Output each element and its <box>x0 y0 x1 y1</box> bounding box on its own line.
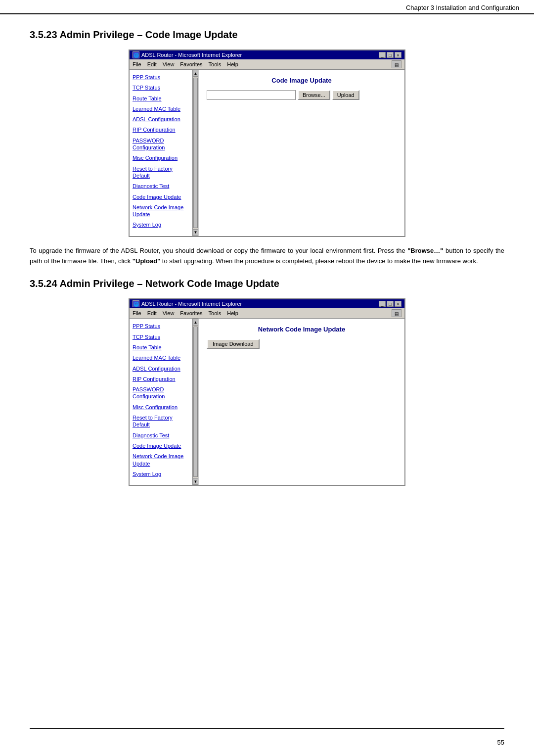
sidebar-tcp-status-1[interactable]: TCP Status <box>133 84 188 91</box>
close-btn-2[interactable]: × <box>395 301 401 307</box>
sidebar-reset-factory-1[interactable]: Reset to Factory Default <box>133 165 188 180</box>
browser-title-1: ADSL Router - Microsoft Internet Explore… <box>141 52 242 58</box>
browser-title-2: ADSL Router - Microsoft Internet Explore… <box>141 301 242 307</box>
browser-titlebar-2: 🌐 ADSL Router - Microsoft Internet Explo… <box>130 299 404 308</box>
titlebar-left-1: 🌐 ADSL Router - Microsoft Internet Explo… <box>133 51 242 58</box>
sidebar-code-image-1[interactable]: Code Image Update <box>133 193 188 200</box>
maximize-btn-2[interactable]: □ <box>387 301 394 307</box>
section2-heading: 3.5.24 Admin Privilege – Network Code Im… <box>30 278 504 289</box>
sidebar-diagnostic-1[interactable]: Diagnostic Test <box>133 183 188 189</box>
sidebar-adsl-config-1[interactable]: ADSL Configuration <box>133 116 188 123</box>
menu-edit-1[interactable]: Edit <box>147 61 157 67</box>
sidebar-route-table-2[interactable]: Route Table <box>133 344 188 351</box>
footer-rule <box>30 728 504 729</box>
sidebar-route-table-1[interactable]: Route Table <box>133 95 188 102</box>
file-path-input[interactable] <box>207 90 296 100</box>
sidebar-rip-config-1[interactable]: RIP Configuration <box>133 126 188 133</box>
browser-sidebar-1: PPP Status TCP Status Route Table Learne… <box>130 70 199 236</box>
section1-description: To upgrade the firmware of the ADSL Rout… <box>30 246 504 267</box>
scrollbar-up-1[interactable]: ▲ <box>193 70 198 77</box>
sidebar-diagnostic-2[interactable]: Diagnostic Test <box>133 432 188 439</box>
menu-help-2[interactable]: Help <box>227 310 238 316</box>
browse-button[interactable]: Browse... <box>298 90 330 100</box>
titlebar-controls-2[interactable]: _ □ × <box>379 301 401 307</box>
browser-menubar-1: File Edit View Favorites Tools Help ▤ <box>130 59 404 70</box>
page-number: 55 <box>497 739 504 746</box>
browser-window-2: 🌐 ADSL Router - Microsoft Internet Explo… <box>129 298 405 486</box>
menu-view-2[interactable]: View <box>163 310 175 316</box>
browser-body-1: PPP Status TCP Status Route Table Learne… <box>130 70 404 236</box>
browser-main-1: Code Image Update Browse... Upload <box>199 70 404 236</box>
code-image-form: Browse... Upload <box>207 90 397 100</box>
sidebar-code-image-2[interactable]: Code Image Update <box>133 442 188 449</box>
menu-favorites-1[interactable]: Favorites <box>180 61 202 67</box>
image-download-button[interactable]: Image Download <box>207 339 260 349</box>
sidebar-adsl-config-2[interactable]: ADSL Configuration <box>133 365 188 372</box>
sidebar-scrollbar-1[interactable]: ▲ ▼ <box>192 70 198 236</box>
menu-favorites-2[interactable]: Favorites <box>180 310 202 316</box>
minimize-btn-2[interactable]: _ <box>379 301 386 307</box>
sidebar-misc-config-1[interactable]: Misc Configuration <box>133 154 188 161</box>
sidebar-misc-config-2[interactable]: Misc Configuration <box>133 404 188 411</box>
titlebar-left-2: 🌐 ADSL Router - Microsoft Internet Explo… <box>133 300 242 307</box>
browser-main-2: Network Code Image Update Image Download <box>199 319 404 485</box>
image-download-wrapper: Image Download <box>207 339 397 349</box>
page-header: Chapter 3 Installation and Configuration <box>0 0 534 14</box>
sidebar-tcp-status-2[interactable]: TCP Status <box>133 333 188 340</box>
menu-view-1[interactable]: View <box>163 61 175 67</box>
sidebar-system-log-2[interactable]: System Log <box>133 471 188 477</box>
menu-file-1[interactable]: File <box>133 61 141 67</box>
network-main-title: Network Code Image Update <box>207 326 397 333</box>
scrollbar-down-2[interactable]: ▼ <box>193 478 198 485</box>
chapter-title: Chapter 3 Installation and Configuration <box>406 4 519 11</box>
browser-toolbar-icon-1: ▤ <box>392 60 401 68</box>
sidebar-password-config-2[interactable]: PASSWORD Configuration <box>133 386 188 400</box>
sidebar-learned-mac-1[interactable]: Learned MAC Table <box>133 105 188 112</box>
close-btn-1[interactable]: × <box>395 52 401 58</box>
upload-button[interactable]: Upload <box>332 90 359 100</box>
browser-window-1: 🌐 ADSL Router - Microsoft Internet Explo… <box>129 49 405 237</box>
browser-sidebar-2: PPP Status TCP Status Route Table Learne… <box>130 319 199 485</box>
scrollbar-down-1[interactable]: ▼ <box>193 229 198 236</box>
menu-edit-2[interactable]: Edit <box>147 310 157 316</box>
sidebar-ppp-status-2[interactable]: PPP Status <box>133 323 188 330</box>
menu-file-2[interactable]: File <box>133 310 141 316</box>
browser-titlebar-1: 🌐 ADSL Router - Microsoft Internet Explo… <box>130 50 404 59</box>
maximize-btn-1[interactable]: □ <box>387 52 394 58</box>
browser-icon-2: 🌐 <box>133 300 139 307</box>
sidebar-network-code-2[interactable]: Network Code Image Update <box>133 453 188 467</box>
sidebar-network-code-1[interactable]: Network Code Image Update <box>133 204 188 218</box>
page-content: 3.5.23 Admin Privilege – Code Image Upda… <box>0 14 534 515</box>
scrollbar-thumb-1[interactable] <box>193 78 198 228</box>
sidebar-ppp-status-1[interactable]: PPP Status <box>133 74 188 81</box>
scrollbar-up-2[interactable]: ▲ <box>193 319 198 326</box>
scrollbar-thumb-2[interactable] <box>193 327 198 477</box>
browser-icon-1: 🌐 <box>133 51 139 58</box>
titlebar-controls-1[interactable]: _ □ × <box>379 52 401 58</box>
menu-tools-2[interactable]: Tools <box>209 310 222 316</box>
browser-body-2: PPP Status TCP Status Route Table Learne… <box>130 319 404 485</box>
menu-help-1[interactable]: Help <box>227 61 238 67</box>
sidebar-password-config-1[interactable]: PASSWORD Configuration <box>133 137 188 151</box>
sidebar-learned-mac-2[interactable]: Learned MAC Table <box>133 354 188 361</box>
section1-heading: 3.5.23 Admin Privilege – Code Image Upda… <box>30 29 504 41</box>
browser-menubar-2: File Edit View Favorites Tools Help ▤ <box>130 308 404 319</box>
main-title-1: Code Image Update <box>207 77 397 84</box>
sidebar-system-log-1[interactable]: System Log <box>133 221 188 228</box>
browser-toolbar-icon-2: ▤ <box>392 309 401 317</box>
sidebar-reset-factory-2[interactable]: Reset to Factory Default <box>133 414 188 428</box>
sidebar-scrollbar-2[interactable]: ▲ ▼ <box>192 319 198 485</box>
minimize-btn-1[interactable]: _ <box>379 52 386 58</box>
menu-tools-1[interactable]: Tools <box>209 61 222 67</box>
sidebar-rip-config-2[interactable]: RIP Configuration <box>133 376 188 382</box>
